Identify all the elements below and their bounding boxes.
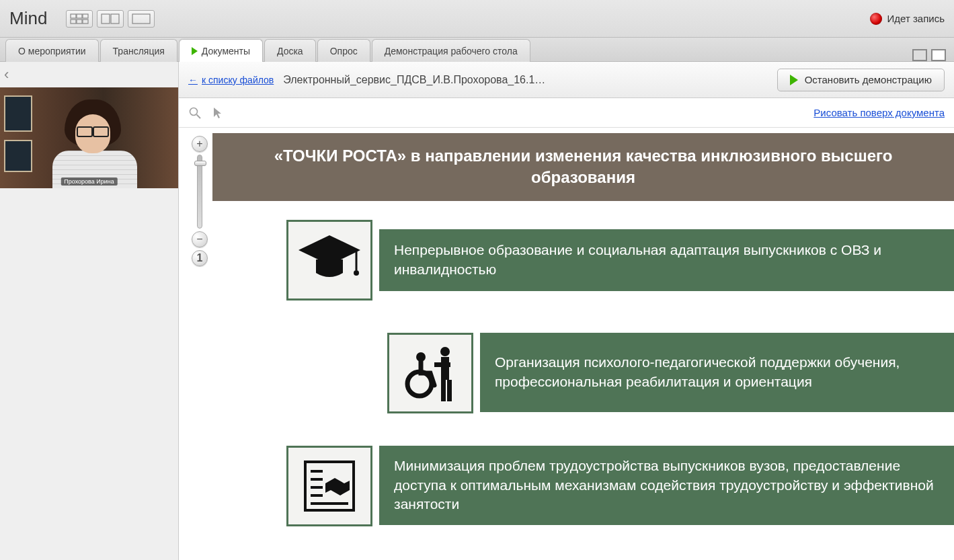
top-bar: Mind Идет запись [0, 0, 954, 38]
zoom-slider[interactable] [197, 155, 202, 229]
svg-line-10 [197, 114, 201, 118]
back-link-label: к списку файлов [202, 75, 274, 85]
document-title: Электронный_сервис_ПДСВ_И.В.Прохорова_16… [283, 74, 767, 86]
layout-switcher [66, 10, 155, 28]
presenter-name: Прохорова Ирина [61, 177, 117, 186]
split-icon [101, 13, 120, 24]
presenter-video[interactable]: Прохорова Ирина [0, 87, 178, 188]
svg-rect-18 [441, 357, 449, 380]
tab-label: Документы [202, 46, 250, 56]
arrow-left-icon: ← [188, 75, 198, 85]
svg-point-9 [190, 108, 198, 115]
graduation-cap-icon [286, 220, 372, 301]
svg-rect-19 [441, 380, 446, 401]
svg-rect-3 [71, 19, 76, 24]
video-decor [4, 95, 32, 132]
panel-toggle-2[interactable] [931, 49, 946, 61]
svg-rect-2 [83, 14, 88, 18]
zoom-in-button[interactable]: + [192, 136, 208, 152]
document-toolbar: Рисовать поверх документа [179, 98, 954, 128]
main-panel: ← к списку файлов Электронный_сервис_ПДС… [179, 62, 954, 560]
tab-label: Доска [277, 46, 303, 56]
slide-title: «ТОЧКИ РОСТА» в направлении изменения ка… [212, 133, 954, 201]
zoom-reset-button[interactable]: 1 [192, 250, 208, 266]
svg-rect-5 [83, 19, 88, 24]
slide-row: Непрерывное образование и социальная ада… [286, 220, 954, 301]
grid-icon [70, 13, 89, 24]
draw-over-document-link[interactable]: Рисовать поверх документа [813, 107, 945, 118]
svg-rect-8 [132, 14, 150, 24]
body: ‹ Прохорова Ирина ← к списку файлов Элек… [0, 62, 954, 560]
video-decor [4, 140, 32, 172]
panel-toggle-1[interactable] [912, 49, 927, 61]
svg-rect-7 [111, 14, 119, 24]
document-canvas: + − 1 «ТОЧКИ РОСТА» в направлении измене… [179, 128, 954, 560]
document-header: ← к списку файлов Электронный_сервис_ПДС… [179, 62, 954, 98]
svg-rect-21 [434, 362, 450, 367]
tab-label: О мероприятии [18, 46, 86, 56]
zoom-slider-handle[interactable] [194, 161, 206, 166]
svg-rect-1 [77, 14, 82, 18]
pointer-icon[interactable] [211, 106, 225, 120]
tab-board[interactable]: Доска [264, 39, 316, 62]
tabs-right-controls [912, 49, 949, 61]
zoom-out-button[interactable]: − [192, 231, 208, 247]
slide-row-text: Минимизация проблем трудоустройства выпу… [379, 446, 954, 525]
slide-row: Минимизация проблем трудоустройства выпу… [286, 446, 954, 526]
svg-rect-0 [71, 14, 76, 18]
layout-grid-button[interactable] [66, 10, 93, 28]
slide-row-text: Организация психолого-педагогической под… [480, 333, 954, 412]
stop-presentation-button[interactable]: Остановить демонстрацию [777, 69, 945, 91]
tab-poll[interactable]: Опрос [317, 39, 370, 62]
sidebar: ‹ Прохорова Ирина [0, 62, 179, 560]
single-icon [132, 13, 151, 24]
tab-about[interactable]: О мероприятии [5, 39, 99, 62]
tab-documents[interactable]: Документы [179, 39, 263, 62]
tab-label: Демонстрация рабочего стола [385, 46, 518, 56]
recording-status: Идет запись [870, 13, 945, 25]
layout-single-button[interactable] [128, 10, 155, 28]
presenter-figure [40, 87, 141, 188]
svg-rect-6 [102, 14, 110, 24]
stop-button-label: Остановить демонстрацию [805, 74, 932, 85]
magnifier-icon[interactable] [188, 106, 202, 120]
slide-row: Организация психолого-педагогической под… [387, 333, 954, 413]
svg-rect-20 [447, 380, 452, 401]
tab-label: Опрос [330, 46, 358, 56]
svg-rect-12 [316, 259, 343, 273]
svg-point-14 [354, 270, 359, 276]
tab-stream[interactable]: Трансляция [100, 39, 177, 62]
svg-rect-4 [77, 19, 82, 24]
play-icon [790, 75, 798, 85]
collapse-sidebar-button[interactable]: ‹ [4, 66, 9, 83]
slide-rows: Непрерывное образование и социальная ада… [212, 201, 954, 526]
tab-screenshare[interactable]: Демонстрация рабочего стола [372, 39, 530, 62]
record-icon [870, 13, 882, 25]
tab-label: Трансляция [113, 46, 165, 56]
zoom-control: + − 1 [191, 136, 208, 266]
handshake-document-icon [286, 446, 372, 526]
play-icon [192, 47, 198, 55]
accessibility-icon [387, 333, 473, 413]
app-logo: Mind [9, 8, 47, 29]
layout-split-button[interactable] [97, 10, 124, 28]
svg-point-17 [440, 347, 450, 356]
slide-row-text: Непрерывное образование и социальная ада… [379, 229, 954, 291]
slide: «ТОЧКИ РОСТА» в направлении изменения ка… [212, 133, 954, 560]
back-to-files-link[interactable]: ← к списку файлов [188, 75, 274, 85]
recording-label: Идет запись [887, 13, 945, 24]
tab-bar: О мероприятии Трансляция Документы Доска… [0, 38, 954, 62]
